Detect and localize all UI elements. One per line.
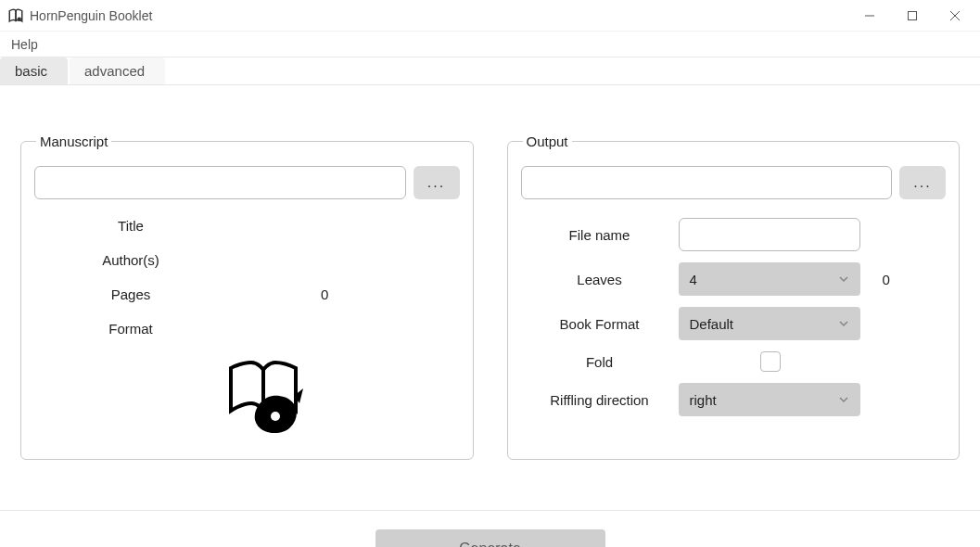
riffling-selected: right <box>690 392 717 408</box>
file-name-input[interactable] <box>679 218 860 251</box>
riffling-combo[interactable]: right <box>679 383 860 416</box>
content-panes: Manuscript ... Title Author(s) Pages 0 F… <box>0 85 980 469</box>
leaves-label: Leaves <box>530 272 669 287</box>
output-group: Output ... File name Leaves 4 0 Book For… <box>507 134 961 460</box>
maximize-button[interactable] <box>891 0 934 32</box>
output-path-input[interactable] <box>521 166 893 199</box>
app-logo <box>71 355 456 435</box>
minimize-button[interactable] <box>848 0 891 32</box>
manuscript-group: Manuscript ... Title Author(s) Pages 0 F… <box>20 134 474 460</box>
book-format-selected: Default <box>690 316 734 332</box>
chevron-down-icon <box>838 392 849 408</box>
manuscript-legend: Manuscript <box>36 134 111 149</box>
svg-point-0 <box>18 17 22 21</box>
chevron-down-icon <box>838 272 849 287</box>
title-bar: HornPenguin Booklet <box>0 0 980 32</box>
authors-label: Author(s) <box>71 252 190 268</box>
menu-help[interactable]: Help <box>6 33 44 56</box>
pages-label: Pages <box>71 286 190 302</box>
generate-button[interactable]: Generate <box>375 529 605 547</box>
tab-advanced[interactable]: advanced <box>70 57 165 84</box>
tab-basic[interactable]: basic <box>0 57 68 84</box>
leaves-selected: 4 <box>690 272 697 287</box>
app-icon <box>7 7 24 24</box>
file-name-label: File name <box>530 227 669 243</box>
svg-rect-2 <box>909 11 917 19</box>
leaves-combo[interactable]: 4 <box>679 262 860 296</box>
output-legend: Output <box>523 134 572 149</box>
chevron-down-icon <box>838 316 849 332</box>
manuscript-browse-button[interactable]: ... <box>414 166 460 199</box>
riffling-label: Riffling direction <box>530 392 669 408</box>
book-format-combo[interactable]: Default <box>679 307 860 340</box>
generate-row: Generate <box>0 511 980 547</box>
tab-bar: basic advanced <box>0 57 980 85</box>
fold-label: Fold <box>530 354 669 370</box>
format-label: Format <box>71 321 190 337</box>
fold-checkbox[interactable] <box>760 351 781 372</box>
leaves-count: 0 <box>873 272 929 287</box>
title-label: Title <box>71 218 190 234</box>
pages-value: 0 <box>194 286 456 302</box>
manuscript-path-input[interactable] <box>34 166 406 199</box>
output-browse-button[interactable]: ... <box>899 166 946 199</box>
close-button[interactable] <box>934 0 976 32</box>
window-title: HornPenguin Booklet <box>30 8 152 23</box>
svg-point-5 <box>271 412 280 421</box>
book-format-label: Book Format <box>530 316 669 332</box>
menu-bar: Help <box>0 32 980 57</box>
